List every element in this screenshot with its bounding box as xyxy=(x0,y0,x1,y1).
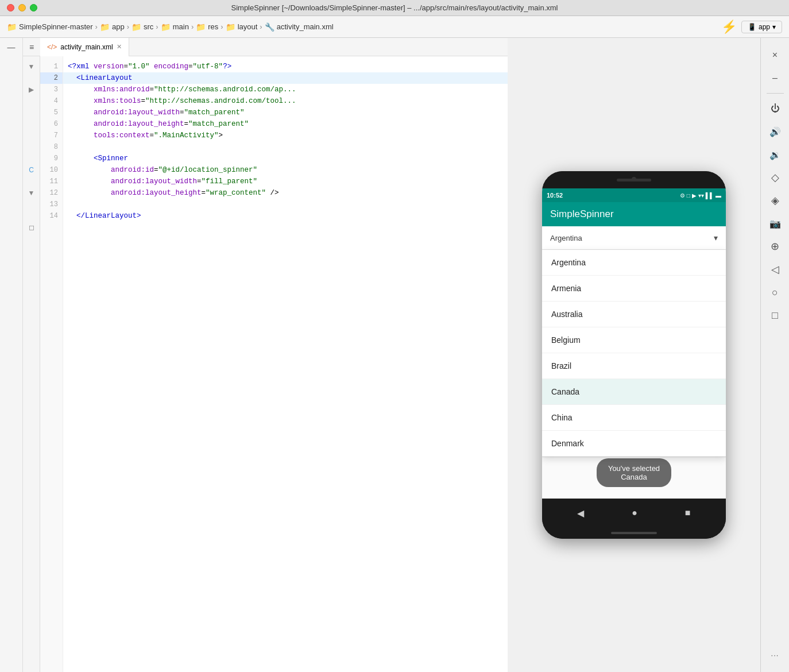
spinner-arrow-icon: ▾ xyxy=(714,233,718,242)
dropdown-item-armenia[interactable]: Armenia xyxy=(542,276,726,302)
status-icons: ⚙ □ ▶ ▾▾ ▌▌ ▬ xyxy=(680,192,721,199)
more-button[interactable]: ··· xyxy=(765,644,786,665)
dropdown-item-argentina[interactable]: Argentina xyxy=(542,250,726,276)
battery-status-icon: □ xyxy=(687,192,690,199)
breadcrumb-layout-label: layout xyxy=(238,22,258,31)
breadcrumb-res[interactable]: 📁 res xyxy=(196,22,218,32)
gradle-icon: ⚡ xyxy=(721,20,737,34)
breadcrumb-sep-4: › xyxy=(221,22,223,31)
tab-close-button[interactable]: ✕ xyxy=(117,43,122,51)
folder-icon: 📁 xyxy=(7,22,17,32)
phone-area: 10:52 ⚙ □ ▶ ▾▾ ▌▌ ▬ SimpleSpinner xyxy=(508,38,760,672)
line-num-5: 5 xyxy=(40,107,63,118)
phone-screen: 10:52 ⚙ □ ▶ ▾▾ ▌▌ ▬ SimpleSpinner xyxy=(542,188,726,499)
breadcrumb-main[interactable]: 📁 main xyxy=(161,22,189,32)
breadcrumb-project-label: SimpleSpinner-master xyxy=(19,22,93,31)
recents-nav-button[interactable]: ■ xyxy=(685,508,691,518)
square-button[interactable]: □ xyxy=(765,305,786,326)
line-num-12: 12 xyxy=(40,187,63,199)
close-window-button[interactable] xyxy=(7,4,14,11)
code-side-gutter: ▼ ▶ C ▼ ◻ xyxy=(23,56,40,672)
minimize-panel-button[interactable]: – xyxy=(765,68,786,88)
maximize-window-button[interactable] xyxy=(30,4,37,11)
line-num-3: 3 xyxy=(40,84,63,95)
line-numbers: 1 2 3 4 5 6 7 8 9 10 11 12 13 14 xyxy=(40,56,63,672)
phone-camera xyxy=(632,177,636,181)
dropdown-item-brazil[interactable]: Brazil xyxy=(542,353,726,379)
breadcrumb-app[interactable]: 📁 app xyxy=(100,22,125,32)
breadcrumb-file[interactable]: 🔧 activity_main.xml xyxy=(265,22,334,32)
camera-icon: 📷 xyxy=(769,218,781,229)
breadcrumb-project[interactable]: 📁 SimpleSpinner-master xyxy=(7,22,93,32)
spinner-dropdown[interactable]: Argentina ▾ Argentina Armenia Australia … xyxy=(542,226,726,457)
back-nav-button[interactable]: ◀ xyxy=(577,508,584,519)
breadcrumb-app-label: app xyxy=(112,22,125,31)
back-icon: ◁ xyxy=(771,263,779,276)
breadcrumb-src[interactable]: 📁 src xyxy=(132,22,153,32)
run-dropdown-icon: ▾ xyxy=(772,23,776,31)
fold-arrow-1[interactable]: ▼ xyxy=(28,61,35,72)
power-button[interactable]: ⏻ xyxy=(765,98,786,119)
battery-icon: ▬ xyxy=(715,192,721,199)
tab-activity-main[interactable]: </> activity_main.xml ✕ xyxy=(40,38,129,56)
volume-down-button[interactable]: 🔉 xyxy=(765,144,786,165)
fold-arrow-4[interactable]: ▼ xyxy=(28,187,35,199)
left-gutter: — xyxy=(0,38,23,672)
fold-arrow-2[interactable]: ▶ xyxy=(29,84,34,95)
phone-mockup: 10:52 ⚙ □ ▶ ▾▾ ▌▌ ▬ SimpleSpinner xyxy=(542,171,726,539)
minimize-window-button[interactable] xyxy=(18,4,26,11)
close-panel-button[interactable]: × xyxy=(765,45,786,65)
back-button[interactable]: ◁ xyxy=(765,259,786,280)
breadcrumb-file-label: activity_main.xml xyxy=(277,22,334,31)
home-nav-button[interactable]: ● xyxy=(632,508,637,518)
code-line-8 xyxy=(63,141,508,153)
code-line-10: android:id="@+id/location_spinner" xyxy=(63,164,508,176)
fold-arrow-5[interactable]: ◻ xyxy=(29,222,34,233)
code-editor: ≡ </> activity_main.xml ✕ ▼ ▶ C ▼ ◻ 1 2 … xyxy=(23,38,508,672)
line-num-1: 1 xyxy=(40,61,63,72)
zoom-in-icon: ⊕ xyxy=(771,240,779,253)
zoom-in-button[interactable]: ⊕ xyxy=(765,236,786,257)
circle-button[interactable]: ○ xyxy=(765,282,786,303)
collapse-panel-icon[interactable]: — xyxy=(7,43,16,52)
status-bar: 10:52 ⚙ □ ▶ ▾▾ ▌▌ ▬ xyxy=(542,188,726,202)
signal-icon: ▌▌ xyxy=(706,192,714,199)
dropdown-item-canada[interactable]: Canada xyxy=(542,379,726,405)
fold-arrow-3[interactable]: C xyxy=(29,164,34,176)
dropdown-item-denmark[interactable]: Denmark xyxy=(542,431,726,457)
tab-left-button[interactable]: ≡ xyxy=(23,38,40,56)
line-num-4: 4 xyxy=(40,95,63,107)
code-line-2: <LinearLayout xyxy=(63,72,508,84)
folder-icon-main: 📁 xyxy=(161,22,171,32)
run-button[interactable]: 📱 app ▾ xyxy=(741,21,782,33)
close-icon: × xyxy=(772,50,778,60)
code-line-4: xmlns:tools="http://schemas.android.com/… xyxy=(63,95,508,107)
phone-top-bezel xyxy=(542,171,726,188)
line-num-8: 8 xyxy=(40,141,63,153)
folder-icon-res: 📁 xyxy=(196,22,206,32)
code-line-6: android:layout_height="match_parent" xyxy=(63,118,508,130)
spinner-header[interactable]: Argentina ▾ xyxy=(542,226,726,250)
volume-up-button[interactable]: 🔊 xyxy=(765,121,786,142)
rotate-button[interactable]: ◇ xyxy=(765,167,786,188)
dropdown-item-australia[interactable]: Australia xyxy=(542,302,726,327)
phone-content-area: You've selectedCanada xyxy=(542,457,726,499)
play-status-icon: ▶ xyxy=(692,192,697,199)
xml-file-icon: 🔧 xyxy=(265,22,274,32)
app-toolbar: SimpleSpinner xyxy=(542,202,726,226)
eraser-icon: ◈ xyxy=(771,194,779,207)
code-lines[interactable]: <?xml version="1.0" encoding="utf-8"?> <… xyxy=(63,56,508,672)
breadcrumb-sep-0: › xyxy=(95,22,98,31)
breadcrumb-res-label: res xyxy=(208,22,218,31)
breadcrumb-layout[interactable]: 📁 layout xyxy=(226,22,258,32)
eraser-button[interactable]: ◈ xyxy=(765,190,786,211)
dropdown-item-china[interactable]: China xyxy=(542,405,726,431)
code-line-1: <?xml version="1.0" encoding="utf-8"?> xyxy=(63,61,508,72)
dropdown-item-belgium[interactable]: Belgium xyxy=(542,327,726,353)
dropdown-list: Argentina Armenia Australia Belgium Braz… xyxy=(542,250,726,457)
camera-button[interactable]: 📷 xyxy=(765,213,786,234)
spinner-selected-value: Argentina xyxy=(550,234,582,242)
code-line-13 xyxy=(63,199,508,210)
breadcrumb-src-label: src xyxy=(144,22,153,31)
phone-chin xyxy=(542,527,726,539)
